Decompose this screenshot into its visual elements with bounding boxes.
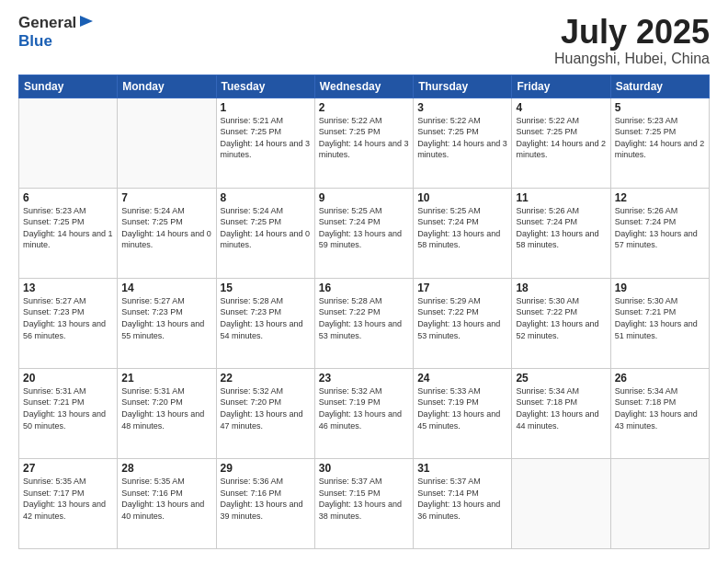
calendar-cell: 7Sunrise: 5:24 AM Sunset: 7:25 PM Daylig… xyxy=(118,188,216,278)
logo-blue-text: Blue xyxy=(18,32,52,51)
day-info: Sunrise: 5:27 AM Sunset: 7:23 PM Dayligh… xyxy=(121,295,211,341)
day-info: Sunrise: 5:37 AM Sunset: 7:14 PM Dayligh… xyxy=(417,476,507,522)
day-number: 13 xyxy=(23,282,113,294)
calendar-cell xyxy=(610,458,709,548)
calendar-cell: 26Sunrise: 5:34 AM Sunset: 7:18 PM Dayli… xyxy=(610,368,709,458)
day-info: Sunrise: 5:27 AM Sunset: 7:23 PM Dayligh… xyxy=(23,295,113,341)
calendar-week-2: 6Sunrise: 5:23 AM Sunset: 7:25 PM Daylig… xyxy=(19,188,710,278)
calendar-cell: 27Sunrise: 5:35 AM Sunset: 7:17 PM Dayli… xyxy=(19,458,118,548)
day-number: 10 xyxy=(417,191,507,204)
weekday-header-monday: Monday xyxy=(118,75,216,98)
month-title: July 2025 xyxy=(554,14,710,51)
calendar-cell: 31Sunrise: 5:37 AM Sunset: 7:14 PM Dayli… xyxy=(414,458,512,548)
day-number: 5 xyxy=(615,101,705,114)
svg-marker-0 xyxy=(80,16,93,27)
day-number: 16 xyxy=(319,282,409,294)
day-info: Sunrise: 5:21 AM Sunset: 7:25 PM Dayligh… xyxy=(221,115,311,161)
day-info: Sunrise: 5:36 AM Sunset: 7:16 PM Dayligh… xyxy=(221,476,311,522)
calendar-cell: 22Sunrise: 5:32 AM Sunset: 7:20 PM Dayli… xyxy=(216,368,314,458)
day-info: Sunrise: 5:32 AM Sunset: 7:19 PM Dayligh… xyxy=(319,385,409,431)
day-info: Sunrise: 5:35 AM Sunset: 7:16 PM Dayligh… xyxy=(121,476,211,522)
day-info: Sunrise: 5:30 AM Sunset: 7:21 PM Dayligh… xyxy=(615,295,705,341)
day-info: Sunrise: 5:29 AM Sunset: 7:22 PM Dayligh… xyxy=(417,295,507,341)
day-info: Sunrise: 5:22 AM Sunset: 7:25 PM Dayligh… xyxy=(319,115,409,161)
calendar-cell: 24Sunrise: 5:33 AM Sunset: 7:19 PM Dayli… xyxy=(414,368,512,458)
calendar-cell: 12Sunrise: 5:26 AM Sunset: 7:24 PM Dayli… xyxy=(610,188,709,278)
calendar-cell: 18Sunrise: 5:30 AM Sunset: 7:22 PM Dayli… xyxy=(512,278,610,368)
day-info: Sunrise: 5:33 AM Sunset: 7:19 PM Dayligh… xyxy=(417,385,507,431)
weekday-header-sunday: Sunday xyxy=(19,75,118,98)
day-number: 14 xyxy=(121,282,211,294)
day-info: Sunrise: 5:34 AM Sunset: 7:18 PM Dayligh… xyxy=(516,385,606,431)
day-info: Sunrise: 5:22 AM Sunset: 7:25 PM Dayligh… xyxy=(417,115,507,161)
calendar-cell: 19Sunrise: 5:30 AM Sunset: 7:21 PM Dayli… xyxy=(610,278,709,368)
calendar-cell: 10Sunrise: 5:25 AM Sunset: 7:24 PM Dayli… xyxy=(414,188,512,278)
day-number: 6 xyxy=(23,191,113,204)
day-number: 3 xyxy=(417,101,507,114)
day-number: 22 xyxy=(221,372,311,385)
day-info: Sunrise: 5:28 AM Sunset: 7:23 PM Dayligh… xyxy=(221,295,311,341)
calendar-week-4: 20Sunrise: 5:31 AM Sunset: 7:21 PM Dayli… xyxy=(19,368,710,458)
day-info: Sunrise: 5:37 AM Sunset: 7:15 PM Dayligh… xyxy=(319,476,409,522)
day-info: Sunrise: 5:25 AM Sunset: 7:24 PM Dayligh… xyxy=(319,205,409,251)
weekday-header-saturday: Saturday xyxy=(610,75,709,98)
day-number: 8 xyxy=(221,191,311,204)
day-info: Sunrise: 5:24 AM Sunset: 7:25 PM Dayligh… xyxy=(121,205,211,251)
calendar-cell: 5Sunrise: 5:23 AM Sunset: 7:25 PM Daylig… xyxy=(610,98,709,188)
calendar-cell: 30Sunrise: 5:37 AM Sunset: 7:15 PM Dayli… xyxy=(314,458,413,548)
day-info: Sunrise: 5:23 AM Sunset: 7:25 PM Dayligh… xyxy=(615,115,705,161)
weekday-header-thursday: Thursday xyxy=(414,75,512,98)
day-number: 27 xyxy=(23,462,113,475)
day-info: Sunrise: 5:24 AM Sunset: 7:25 PM Dayligh… xyxy=(221,205,311,251)
day-number: 19 xyxy=(615,282,705,294)
day-number: 30 xyxy=(319,462,409,475)
day-number: 2 xyxy=(319,101,409,114)
calendar-cell: 16Sunrise: 5:28 AM Sunset: 7:22 PM Dayli… xyxy=(314,278,413,368)
day-info: Sunrise: 5:23 AM Sunset: 7:25 PM Dayligh… xyxy=(23,205,113,251)
day-info: Sunrise: 5:31 AM Sunset: 7:20 PM Dayligh… xyxy=(121,385,211,431)
day-info: Sunrise: 5:34 AM Sunset: 7:18 PM Dayligh… xyxy=(615,385,705,431)
calendar-cell: 11Sunrise: 5:26 AM Sunset: 7:24 PM Dayli… xyxy=(512,188,610,278)
day-info: Sunrise: 5:32 AM Sunset: 7:20 PM Dayligh… xyxy=(221,385,311,431)
day-number: 25 xyxy=(516,372,606,385)
weekday-header-wednesday: Wednesday xyxy=(314,75,413,98)
day-number: 1 xyxy=(221,101,311,114)
calendar-table: SundayMondayTuesdayWednesdayThursdayFrid… xyxy=(18,75,710,549)
calendar-cell: 20Sunrise: 5:31 AM Sunset: 7:21 PM Dayli… xyxy=(19,368,118,458)
calendar-cell: 14Sunrise: 5:27 AM Sunset: 7:23 PM Dayli… xyxy=(118,278,216,368)
weekday-header-tuesday: Tuesday xyxy=(216,75,314,98)
calendar-week-1: 1Sunrise: 5:21 AM Sunset: 7:25 PM Daylig… xyxy=(19,98,710,188)
day-info: Sunrise: 5:28 AM Sunset: 7:22 PM Dayligh… xyxy=(319,295,409,341)
day-number: 18 xyxy=(516,282,606,294)
logo-flag-icon xyxy=(78,16,95,30)
calendar-cell: 9Sunrise: 5:25 AM Sunset: 7:24 PM Daylig… xyxy=(314,188,413,278)
day-info: Sunrise: 5:26 AM Sunset: 7:24 PM Dayligh… xyxy=(615,205,705,251)
calendar-cell: 13Sunrise: 5:27 AM Sunset: 7:23 PM Dayli… xyxy=(19,278,118,368)
calendar-cell: 3Sunrise: 5:22 AM Sunset: 7:25 PM Daylig… xyxy=(414,98,512,188)
calendar-cell: 23Sunrise: 5:32 AM Sunset: 7:19 PM Dayli… xyxy=(314,368,413,458)
calendar-cell: 17Sunrise: 5:29 AM Sunset: 7:22 PM Dayli… xyxy=(414,278,512,368)
day-info: Sunrise: 5:31 AM Sunset: 7:21 PM Dayligh… xyxy=(23,385,113,431)
day-number: 24 xyxy=(417,372,507,385)
calendar-cell xyxy=(118,98,216,188)
day-number: 28 xyxy=(121,462,211,475)
day-number: 12 xyxy=(615,191,705,204)
calendar-cell: 15Sunrise: 5:28 AM Sunset: 7:23 PM Dayli… xyxy=(216,278,314,368)
day-info: Sunrise: 5:22 AM Sunset: 7:25 PM Dayligh… xyxy=(516,115,606,161)
weekday-header-row: SundayMondayTuesdayWednesdayThursdayFrid… xyxy=(19,75,710,98)
calendar-week-5: 27Sunrise: 5:35 AM Sunset: 7:17 PM Dayli… xyxy=(19,458,710,548)
day-number: 21 xyxy=(121,372,211,385)
header: General Blue July 2025 Huangshi, Hubei, … xyxy=(18,14,710,67)
calendar-cell: 21Sunrise: 5:31 AM Sunset: 7:20 PM Dayli… xyxy=(118,368,216,458)
day-number: 20 xyxy=(23,372,113,385)
day-number: 23 xyxy=(319,372,409,385)
logo-general-text: General xyxy=(18,14,76,32)
day-info: Sunrise: 5:35 AM Sunset: 7:17 PM Dayligh… xyxy=(23,476,113,522)
calendar-cell: 25Sunrise: 5:34 AM Sunset: 7:18 PM Dayli… xyxy=(512,368,610,458)
logo: General Blue xyxy=(18,14,95,51)
calendar-cell: 28Sunrise: 5:35 AM Sunset: 7:16 PM Dayli… xyxy=(118,458,216,548)
day-number: 26 xyxy=(615,372,705,385)
day-number: 29 xyxy=(221,462,311,475)
location-title: Huangshi, Hubei, China xyxy=(554,51,710,67)
calendar-cell xyxy=(512,458,610,548)
